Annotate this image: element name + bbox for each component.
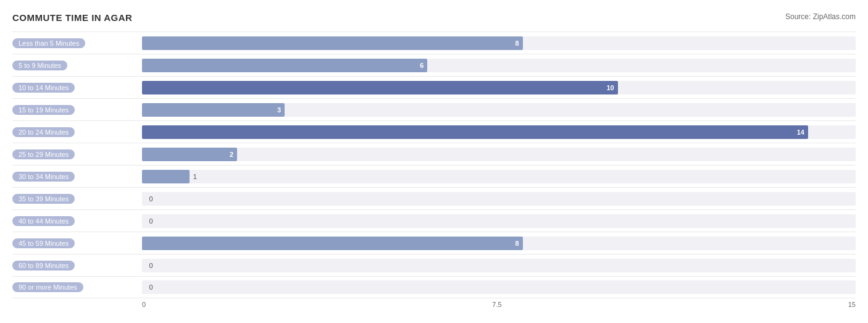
bar-area: 8 [142,32,856,54]
bar-area: 0 [142,254,856,276]
bar-area: 2 [142,143,856,165]
bar-area: 6 [142,54,856,76]
bar-area: 8 [142,232,856,254]
label-pill: 5 to 9 Minutes [12,61,67,70]
bar-label: 60 to 89 Minutes [12,261,142,271]
bar-row: 90 or more Minutes0 [12,276,856,298]
bar-value-inside: 8 [515,240,519,247]
bar-fill: 8 [142,36,523,50]
bar-fill: 10 [142,81,618,94]
bar-area: 14 [142,121,856,143]
bar-row: 35 to 39 Minutes0 [12,187,856,209]
bar-value-inside: 10 [606,84,614,91]
bar-fill: 3 [142,103,285,117]
bar-track: 0 [142,214,856,228]
chart-body: Less than 5 Minutes85 to 9 Minutes610 to… [12,31,856,308]
chart-header: COMMUTE TIME IN AGAR Source: ZipAtlas.co… [12,12,856,23]
bar-value-inside: 3 [277,106,281,114]
bar-track: 8 [142,237,856,250]
bar-label: 45 to 59 Minutes [12,238,142,248]
bar-track: 0 [142,280,856,294]
bar-track: 10 [142,81,856,94]
bar-value-outside: 0 [149,195,153,203]
label-pill: 45 to 59 Minutes [12,238,75,248]
bar-area: 0 [142,277,856,298]
bars-container: Less than 5 Minutes85 to 9 Minutes610 to… [12,31,856,298]
x-axis-label: 7.5 [492,301,501,308]
bar-row: 10 to 14 Minutes10 [12,76,856,98]
x-axis-label: 15 [848,301,856,308]
bar-value-outside: 0 [149,283,153,291]
bar-label: 25 to 29 Minutes [12,149,142,159]
bar-fill: 8 [142,237,523,250]
x-axis-label: 0 [142,301,146,308]
bar-value-inside: 8 [515,40,519,47]
bar-row: 15 to 19 Minutes3 [12,98,856,120]
bar-label: 35 to 39 Minutes [12,194,142,204]
chart-source: Source: ZipAtlas.com [785,12,856,21]
label-pill: 40 to 44 Minutes [12,216,75,226]
bar-track: 6 [142,59,856,72]
bar-area: 10 [142,77,856,98]
bar-value-outside: 0 [149,262,153,269]
bar-label: Less than 5 Minutes [12,38,142,48]
bar-track: 14 [142,125,856,139]
label-pill: 30 to 34 Minutes [12,172,75,182]
bar-label: 90 or more Minutes [12,282,142,292]
x-axis-labels: 07.515 [142,301,856,308]
label-pill: 15 to 19 Minutes [12,105,75,115]
bar-area: 1 [142,166,856,187]
bar-value-inside: 14 [797,128,804,136]
bar-row: 25 to 29 Minutes2 [12,143,856,165]
bar-value-inside: 6 [420,62,424,69]
label-pill: 90 or more Minutes [12,282,83,292]
bar-label: 10 to 14 Minutes [12,83,142,93]
bar-area: 3 [142,99,856,120]
bar-area: 0 [142,188,856,209]
bar-track: 8 [142,36,856,50]
bar-value-inside: 2 [230,151,233,158]
bar-track: 3 [142,103,856,117]
bar-value-outside: 0 [149,217,153,225]
bar-row: 60 to 89 Minutes0 [12,254,856,276]
bar-track: 1 [142,170,856,183]
bar-label: 20 to 24 Minutes [12,127,142,137]
bar-track: 2 [142,148,856,161]
bar-row: 20 to 24 Minutes14 [12,120,856,143]
bar-value-outside: 1 [193,173,197,180]
bar-track: 0 [142,259,856,272]
x-axis: 07.515 [12,301,856,308]
label-pill: 35 to 39 Minutes [12,194,75,204]
bar-row: 5 to 9 Minutes6 [12,54,856,76]
bar-fill [142,170,190,183]
bar-label: 40 to 44 Minutes [12,216,142,226]
label-pill: 20 to 24 Minutes [12,127,75,137]
label-pill: Less than 5 Minutes [12,38,85,48]
bar-label: 15 to 19 Minutes [12,105,142,115]
bar-fill: 2 [142,148,237,161]
bar-row: 30 to 34 Minutes1 [12,165,856,187]
label-pill: 10 to 14 Minutes [12,83,75,93]
bar-label: 5 to 9 Minutes [12,61,142,70]
bar-label: 30 to 34 Minutes [12,172,142,182]
bar-row: 45 to 59 Minutes8 [12,232,856,254]
label-pill: 25 to 29 Minutes [12,149,75,159]
label-pill: 60 to 89 Minutes [12,261,75,271]
bar-area: 0 [142,210,856,232]
bar-fill: 14 [142,125,808,139]
chart-title: COMMUTE TIME IN AGAR [12,12,132,23]
bar-row: Less than 5 Minutes8 [12,31,856,54]
chart-container: COMMUTE TIME IN AGAR Source: ZipAtlas.co… [0,6,868,323]
bar-track: 0 [142,192,856,206]
bar-row: 40 to 44 Minutes0 [12,209,856,232]
bar-fill: 6 [142,59,427,72]
